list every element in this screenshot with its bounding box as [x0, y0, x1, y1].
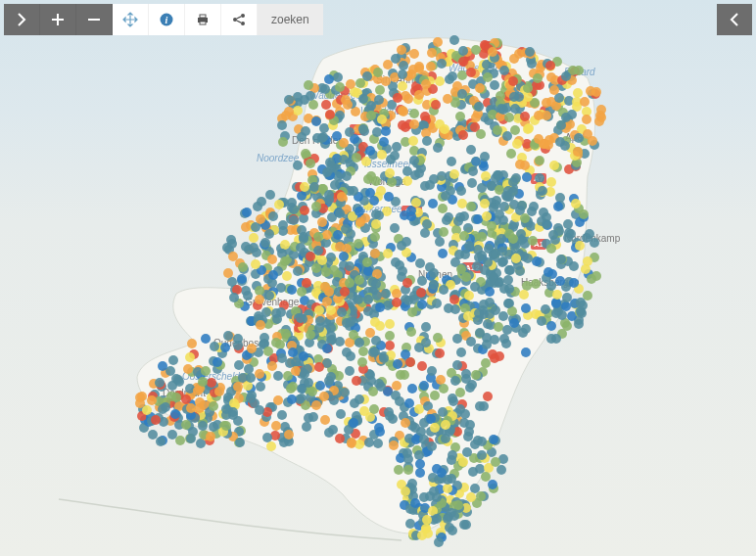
toolbar: i zoeken [4, 4, 323, 35]
map-viewport[interactable]: i zoeken NoordzeeWaddenzeeWaddenzeeWadde… [0, 0, 756, 556]
move-icon [122, 12, 138, 27]
svg-text:i: i [165, 15, 168, 25]
print-button[interactable] [185, 4, 221, 35]
plus-icon [50, 12, 66, 27]
svg-rect-4 [200, 22, 206, 24]
svg-point-5 [233, 18, 237, 22]
zoom-in-button[interactable] [40, 4, 76, 35]
minus-icon [86, 12, 102, 27]
chevron-right-icon [14, 12, 29, 27]
zoom-out-button[interactable] [76, 4, 113, 35]
share-button[interactable] [221, 4, 258, 35]
expand-left-panel-button[interactable] [4, 4, 40, 35]
share-icon [231, 12, 247, 27]
svg-rect-3 [200, 15, 206, 18]
expand-right-panel-button[interactable] [717, 4, 752, 35]
svg-point-6 [241, 14, 245, 18]
info-icon: i [159, 12, 174, 27]
move-button[interactable] [113, 4, 149, 35]
search-button[interactable]: zoeken [258, 4, 323, 35]
print-icon [195, 12, 211, 27]
country-outline [0, 0, 756, 556]
chevron-left-icon [727, 12, 742, 27]
search-label: zoeken [271, 13, 309, 26]
svg-point-7 [241, 22, 245, 25]
info-button[interactable]: i [149, 4, 185, 35]
